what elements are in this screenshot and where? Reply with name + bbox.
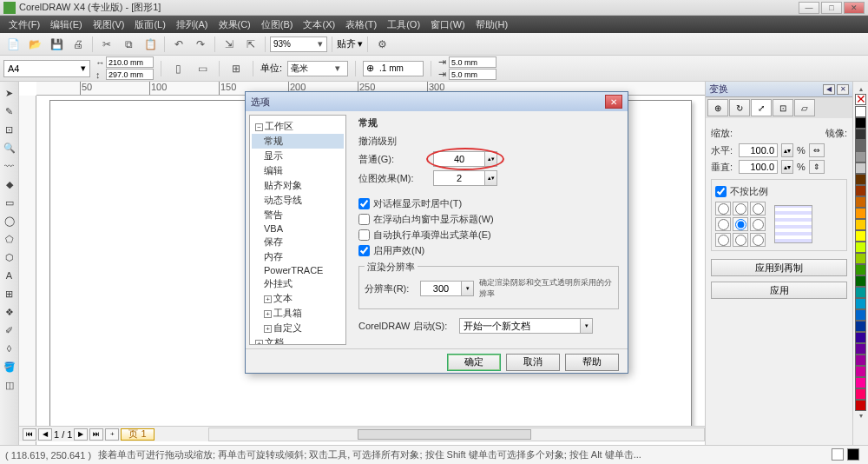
color-swatch[interactable] (855, 106, 866, 117)
undo-icon[interactable]: ↶ (169, 36, 188, 53)
color-swatch[interactable] (855, 388, 866, 400)
print-icon[interactable]: 🖨 (69, 36, 88, 53)
add-page-icon[interactable]: + (105, 428, 119, 441)
unit-combo[interactable]: ▾ (287, 61, 348, 76)
paper-size-combo[interactable]: A4 ▾ (3, 60, 90, 77)
color-swatch[interactable] (855, 264, 866, 275)
menu-arrange[interactable]: 排列(A) (171, 18, 214, 31)
spinner-icon[interactable]: ▴▾ (781, 160, 793, 174)
page-layout-icon[interactable]: ⊞ (227, 60, 246, 77)
close-button[interactable]: ✕ (844, 2, 865, 14)
menu-layout[interactable]: 版面(L) (129, 18, 170, 31)
tab-position-icon[interactable]: ⊕ (707, 99, 728, 116)
spinner-icon[interactable]: ▴▾ (485, 170, 497, 186)
apply-duplicate-button[interactable]: 应用到再制 (711, 259, 847, 276)
no-color-swatch[interactable]: ✕ (855, 94, 866, 105)
tab-rotate-icon[interactable]: ↻ (729, 99, 750, 116)
outline-tool-icon[interactable]: ◊ (2, 341, 17, 356)
color-swatch[interactable] (855, 298, 866, 309)
tree-vba[interactable]: VBA (252, 222, 344, 235)
pick-tool-icon[interactable]: ➤ (2, 85, 17, 101)
sound-checkbox[interactable] (358, 245, 370, 256)
palette-down-icon[interactable]: ▾ (859, 412, 863, 420)
outline-indicator-icon[interactable] (847, 448, 859, 461)
blend-tool-icon[interactable]: ❖ (2, 304, 17, 320)
fill-tool-icon[interactable]: 🪣 (2, 359, 17, 375)
color-swatch[interactable] (855, 185, 866, 196)
mirror-v-button[interactable]: ⇕ (809, 160, 825, 174)
table-tool-icon[interactable]: ⊞ (2, 286, 17, 302)
page-tab[interactable]: 页 1 (121, 428, 154, 441)
menu-file[interactable]: 文件(F) (3, 18, 45, 31)
dup-y-input[interactable] (449, 69, 496, 80)
color-swatch[interactable] (855, 275, 866, 287)
tab-skew-icon[interactable]: ▱ (794, 99, 815, 116)
color-swatch[interactable] (855, 230, 866, 242)
color-swatch[interactable] (855, 287, 866, 298)
new-icon[interactable]: 📄 (3, 36, 23, 53)
chevron-down-icon[interactable]: ▾ (314, 38, 326, 50)
menu-view[interactable]: 视图(V) (88, 18, 130, 31)
color-swatch[interactable] (855, 129, 866, 140)
chevron-down-icon[interactable]: ▾ (581, 318, 593, 334)
tree-plugins[interactable]: 外挂式 (252, 276, 344, 291)
help-button[interactable]: 帮助 (565, 354, 619, 371)
portrait-icon[interactable]: ▯ (168, 60, 187, 77)
color-swatch[interactable] (855, 343, 866, 355)
landscape-icon[interactable]: ▭ (193, 60, 212, 77)
fill-indicator-icon[interactable] (832, 448, 844, 461)
menu-effects[interactable]: 效果(C) (214, 18, 256, 31)
scale-h-input[interactable] (739, 143, 778, 157)
color-swatch[interactable] (855, 242, 866, 253)
zoom-combo[interactable]: ▾ (270, 36, 327, 52)
options-tree[interactable]: −工作区 常规 显示 编辑 贴齐对象 动态导线 警告 VBA 保存 内存 Pow… (249, 115, 346, 345)
rectangle-tool-icon[interactable]: ▭ (2, 195, 17, 210)
spinner-icon[interactable]: ▴▾ (485, 151, 497, 167)
cut-icon[interactable]: ✂ (97, 36, 116, 53)
tree-edit[interactable]: 编辑 (252, 163, 344, 178)
chevron-down-icon[interactable]: ▾ (462, 281, 474, 296)
color-swatch[interactable] (855, 400, 866, 411)
menu-text[interactable]: 文本(X) (298, 18, 340, 31)
tree-powertrace[interactable]: PowerTRACE (252, 264, 344, 276)
center-dialogs-checkbox[interactable] (358, 198, 370, 209)
normal-undo-input[interactable] (433, 151, 485, 167)
color-swatch[interactable] (855, 253, 866, 264)
eyedropper-icon[interactable]: ✐ (2, 322, 17, 338)
menu-bitmap[interactable]: 位图(B) (256, 18, 299, 31)
apply-button[interactable]: 应用 (711, 282, 847, 299)
color-swatch[interactable] (855, 140, 866, 151)
smart-fill-icon[interactable]: ◆ (2, 176, 17, 192)
prev-page-icon[interactable]: ◀ (38, 428, 52, 441)
color-swatch[interactable] (855, 117, 866, 129)
menu-tools[interactable]: 工具(O) (382, 18, 425, 31)
menu-edit[interactable]: 编辑(E) (45, 18, 88, 31)
tab-scale-icon[interactable]: ⤢ (751, 99, 772, 116)
tab-size-icon[interactable]: ⊡ (773, 99, 793, 116)
float-title-checkbox[interactable] (358, 214, 370, 225)
scale-v-input[interactable] (739, 160, 778, 174)
maximize-button[interactable]: □ (821, 2, 842, 14)
tree-save[interactable]: 保存 (252, 235, 344, 249)
spinner-icon[interactable]: ▴▾ (781, 143, 793, 157)
export-icon[interactable]: ⇱ (241, 36, 260, 53)
color-swatch[interactable] (855, 196, 866, 208)
autoexec-menu-checkbox[interactable] (358, 229, 370, 241)
save-icon[interactable]: 💾 (47, 36, 66, 53)
polygon-tool-icon[interactable]: ⬠ (2, 231, 17, 247)
copy-icon[interactable]: ⧉ (119, 36, 138, 53)
page-width-input[interactable] (106, 56, 154, 68)
menu-window[interactable]: 窗口(W) (425, 18, 470, 31)
page-height-input[interactable] (106, 69, 154, 80)
last-page-icon[interactable]: ⏭ (89, 428, 103, 441)
color-swatch[interactable] (855, 174, 866, 185)
dialog-close-button[interactable]: ✕ (605, 95, 622, 109)
bitmap-undo-input[interactable] (433, 170, 485, 186)
mirror-h-button[interactable]: ⇔ (809, 143, 825, 157)
next-page-icon[interactable]: ▶ (74, 428, 88, 441)
resolution-input[interactable] (420, 281, 462, 296)
options-icon[interactable]: ⚙ (372, 36, 391, 53)
tree-display[interactable]: 显示 (252, 149, 344, 163)
zoom-tool-icon[interactable]: 🔍 (2, 140, 17, 156)
tree-warnings[interactable]: 警告 (252, 208, 344, 222)
